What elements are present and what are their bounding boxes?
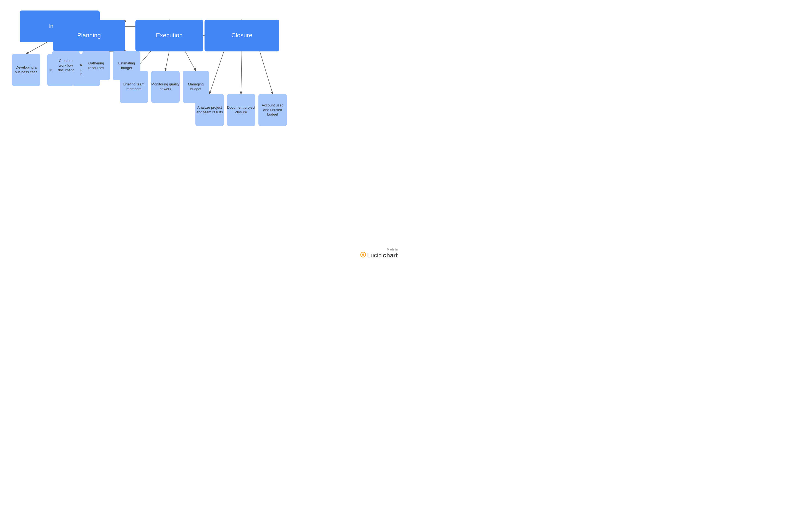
lucid-icon [360,252,366,259]
doc-closure-node: Document project closure [227,94,256,126]
logo-text: Lucidchart [360,252,398,259]
account-budget-node: Account used and unused budget [258,94,287,126]
briefing-node: Briefing team members [120,71,148,103]
briefing-label: Briefing team members [120,82,148,91]
dev-business-label: Developing a business case [12,65,40,75]
analyze-label: Analyze project and team results [195,105,224,115]
svg-line-11 [260,52,273,94]
dev-business-node: Developing a business case [12,54,40,86]
create-workflow-label: Create a workflow document [52,59,79,73]
execution-node: Execution [135,20,203,52]
gathering-node: Gathering resources [82,51,110,80]
svg-point-13 [362,254,364,256]
estimating-label: Estimating budget [113,61,141,71]
gathering-label: Gathering resources [82,61,110,71]
lucidchart-logo: Made in Lucidchart [360,248,398,259]
account-budget-label: Account used and unused budget [258,103,287,117]
svg-line-7 [165,52,169,71]
logo-chart-text: chart [383,252,398,259]
logo-lucid-text: Lucid [367,252,382,259]
managing-label: Managing budget [183,82,209,91]
svg-line-8 [185,52,196,71]
svg-line-10 [241,52,242,94]
execution-label: Execution [156,31,183,40]
svg-line-9 [209,52,224,94]
svg-line-0 [26,42,47,54]
made-in-text: Made in [360,248,398,251]
monitoring-node: Monitoring quality of work [151,71,180,103]
analyze-node: Analyze project and team results [195,94,224,126]
planning-label: Planning [77,31,101,40]
planning-node: Planning [53,20,125,52]
create-workflow-node: Create a workflow document [52,51,79,80]
diagram-container: Initiation Developing a business case Id… [0,0,406,265]
doc-closure-label: Document project closure [227,105,256,115]
closure-node: Closure [204,20,279,52]
lucid-svg-icon [360,252,366,258]
closure-label: Closure [231,31,252,40]
monitoring-label: Monitoring quality of work [151,82,180,91]
